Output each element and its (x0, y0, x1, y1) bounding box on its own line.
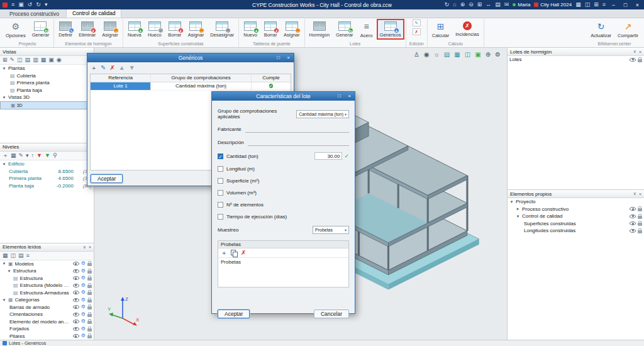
eye-icon[interactable] (630, 229, 636, 233)
grid-icon[interactable]: ▦ (575, 0, 581, 9)
lock-icon[interactable] (87, 292, 92, 295)
muestreo-select[interactable]: Probetas ▾ (313, 226, 349, 234)
pan-icon[interactable]: ↔ (486, 0, 491, 9)
gear-icon[interactable]: ⚙ (81, 261, 86, 266)
walk-mode-icon[interactable]: ♙ (414, 52, 419, 58)
gear-icon[interactable]: ⚙ (81, 333, 86, 338)
tree-item[interactable]: ▤ Estructura (Modelo anal... ⚙ (0, 282, 94, 289)
cell-grupo[interactable]: Cantidad máxima (ton) (151, 82, 252, 90)
edit-view-icon[interactable]: ✎ (10, 57, 15, 63)
dialog-titlebar[interactable]: Características del lote □ × (212, 92, 355, 101)
hueco-button[interactable]: □ Hueco (145, 20, 164, 39)
flag-red-icon[interactable]: ▼ (36, 153, 42, 159)
tree-group-plantas[interactable]: ▾ Plantas (0, 65, 94, 72)
gear-icon[interactable]: ⚙ (81, 283, 86, 288)
dialog-titlebar[interactable]: Genéricos □ × (87, 53, 294, 62)
level-row[interactable]: Primera planta 4.6500 (36) (0, 175, 94, 182)
delete-icon[interactable]: ✗ (241, 250, 246, 256)
actualizar-button[interactable]: ↻ Actualizar (588, 20, 614, 40)
eye-icon[interactable] (73, 305, 79, 309)
eliminar-button[interactable]: ✗ Eliminar (76, 20, 98, 39)
user-chip[interactable]: Maria (513, 2, 530, 8)
close-icon[interactable]: × (89, 245, 91, 249)
probetas-list-item[interactable]: Probetas (221, 259, 241, 265)
chevron-down-icon[interactable]: ▾ (509, 199, 514, 204)
nueva-button[interactable]: + Nueva (125, 20, 144, 39)
lock-icon[interactable] (638, 59, 642, 62)
home-icon[interactable]: ⌂ (453, 0, 456, 9)
tree-item[interactable]: Barras de armado ⚙ (0, 304, 94, 311)
fabricante-input[interactable] (245, 126, 349, 133)
lock-icon[interactable] (87, 299, 92, 303)
columns-icon[interactable]: ◫ (11, 253, 16, 259)
edit-icon[interactable]: ✎ (19, 153, 24, 159)
lock-icon[interactable] (638, 208, 642, 211)
eye-icon[interactable] (73, 262, 79, 265)
save-icon[interactable]: ▣ (18, 0, 24, 9)
chevron-down-icon[interactable]: ▾ (516, 214, 520, 219)
desasignar-button[interactable]: ← Desasignar (208, 20, 236, 39)
lock-icon[interactable] (87, 306, 92, 310)
tree-item-cubierta[interactable]: ▤ Cubierta (0, 72, 94, 80)
add-icon[interactable]: ＋ (221, 250, 227, 256)
delete-icon[interactable]: ✗ (413, 28, 421, 35)
lock-icon[interactable] (638, 230, 642, 233)
zoom-out-icon[interactable]: ⊖ (469, 0, 474, 9)
section-view-icon[interactable]: ▥ (33, 57, 38, 63)
tree-group-vistas-3d[interactable]: ▾ Vistas 3D (0, 94, 94, 101)
minimize-button[interactable]: − (609, 2, 618, 8)
filter-icon[interactable]: ▾ (26, 153, 29, 159)
layers-icon[interactable]: ▤ (495, 0, 501, 9)
close-icon[interactable]: × (639, 50, 641, 54)
views-icon[interactable]: ▣ (475, 52, 480, 58)
chevron-down-icon[interactable]: ▾ (2, 95, 6, 100)
lock-icon[interactable] (87, 277, 92, 281)
viewport-settings-icon[interactable]: ⚙ (495, 52, 501, 58)
new-view-icon[interactable]: ⊞ (3, 57, 8, 63)
volumen-checkbox[interactable] (218, 190, 223, 196)
delete-icon[interactable]: ✗ (109, 65, 114, 71)
borrar-superficie-button[interactable]: ✗ Borrar (165, 20, 184, 39)
tree-group-categorias[interactable]: ▾ ▦ Categorías ⚙ (0, 296, 94, 304)
chevron-down-icon[interactable]: ∨ (633, 49, 636, 54)
tree-item-3d[interactable]: ▣ 3D (0, 101, 94, 109)
tree-group-edificio[interactable]: ▾ Edificio (0, 160, 94, 168)
gear-icon[interactable]: ⚙ (81, 276, 86, 281)
lock-icon[interactable] (638, 216, 642, 219)
eye-icon[interactable]: ◉ (424, 52, 430, 58)
tab-proceso-constructivo[interactable]: Proceso constructivo (4, 9, 65, 18)
chevron-down-icon[interactable]: ▾ (2, 298, 6, 303)
column-cumple[interactable]: Cumple (252, 74, 291, 82)
move-up-icon[interactable]: ▲ (119, 65, 125, 71)
superficie-checkbox[interactable] (218, 178, 223, 184)
level-row[interactable]: Planta baja -0.2000 (88) (0, 182, 94, 189)
calcular-button[interactable]: ⊞ Calcular (430, 20, 452, 40)
asignar-superficie-button[interactable]: → Asignar (186, 20, 206, 39)
tree-item[interactable]: Cimentaciones ⚙ (0, 311, 94, 318)
eye-icon[interactable] (73, 313, 79, 316)
chevron-down-icon[interactable]: ▾ (7, 269, 11, 274)
orbit-icon[interactable]: ⊕ (486, 52, 491, 58)
tree-item[interactable]: Elemento del modelo analít... ⚙ (0, 318, 94, 326)
camera-icon[interactable]: ◉ (57, 57, 62, 63)
chevron-down-icon[interactable]: ∨ (633, 191, 636, 196)
cantidad-input[interactable]: 30.00 (314, 152, 342, 160)
lock-icon[interactable] (87, 263, 92, 266)
cancelar-button[interactable]: Cancelar (314, 310, 349, 318)
box-layer-icon[interactable]: ◫ (465, 52, 470, 58)
longitud-checkbox[interactable] (218, 166, 223, 172)
num-elementos-checkbox[interactable] (218, 202, 223, 208)
cantidad-checkbox[interactable]: ✓ (218, 153, 223, 159)
tiempo-ejecucion-checkbox[interactable] (218, 214, 223, 220)
eye-icon[interactable] (73, 298, 79, 302)
gear-icon[interactable]: ⚙ (81, 290, 86, 295)
tree-item[interactable]: Pilares ⚙ (0, 333, 94, 340)
lock-icon[interactable] (87, 285, 92, 288)
acero-button[interactable]: ≡ Acero (357, 20, 376, 40)
columns-icon[interactable]: ◫ (585, 0, 591, 9)
gear-icon[interactable]: ⚙ (81, 319, 86, 324)
project-chip[interactable]: City Hall 2024 (534, 2, 572, 8)
edit-icon[interactable]: ✎ (413, 20, 421, 26)
eye-icon[interactable] (630, 215, 636, 218)
eye-icon[interactable] (73, 320, 79, 323)
